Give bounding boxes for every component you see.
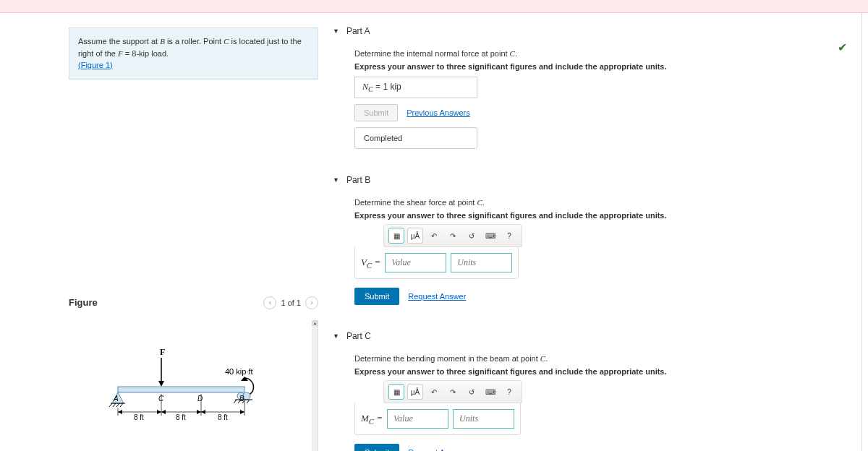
part-c-instruction: Express your answer to three significant… [354, 367, 840, 376]
figure-prev-button[interactable]: ‹ [263, 296, 276, 309]
svg-text:A: A [113, 395, 119, 403]
reset-icon[interactable]: ↺ [464, 384, 480, 400]
svg-line-8 [109, 403, 112, 407]
figure-next-button[interactable]: › [305, 296, 318, 309]
svg-line-15 [234, 400, 237, 403]
figure-image: ▴ F 40 kip·ft A C [69, 320, 318, 452]
svg-marker-31 [157, 410, 161, 414]
part-a-answer-display: NC = 1 kip [354, 77, 477, 98]
alert-bar [0, 0, 868, 13]
part-a-header[interactable]: ▼ Part A [333, 20, 840, 42]
request-answer-link[interactable]: Request Answer [408, 448, 466, 451]
units-input[interactable] [451, 253, 512, 272]
undo-icon[interactable]: ↶ [426, 384, 442, 400]
svg-text:D: D [197, 395, 203, 403]
value-input[interactable] [385, 253, 446, 272]
svg-text:B: B [239, 395, 244, 403]
figure-pager-text: 1 of 1 [281, 298, 301, 307]
status-completed: Completed [354, 127, 477, 149]
part-c-prompt: Determine the bending moment in the beam… [354, 354, 840, 363]
part-a-prompt: Determine the internal normal force at p… [354, 49, 840, 58]
template-icon[interactable]: ▦ [388, 384, 404, 400]
keyboard-icon[interactable]: ⌨ [482, 228, 498, 244]
part-a-instruction: Express your answer to three significant… [354, 62, 840, 71]
redo-icon[interactable]: ↷ [445, 228, 461, 244]
equation-toolbar: ▦ μÅ ↶ ↷ ↺ ⌨ ? [383, 380, 522, 403]
value-input[interactable] [387, 409, 448, 429]
svg-text:8 ft: 8 ft [134, 413, 144, 421]
svg-marker-34 [201, 410, 205, 414]
submit-button-disabled: Submit [354, 104, 398, 121]
reset-icon[interactable]: ↺ [464, 228, 480, 244]
figure-title: Figure [69, 297, 98, 308]
keyboard-icon[interactable]: ⌨ [482, 384, 498, 400]
previous-answers-link[interactable]: Previous Answers [407, 108, 469, 117]
help-icon[interactable]: ? [501, 384, 517, 400]
svg-line-10 [116, 403, 119, 407]
submit-button[interactable]: Submit [354, 444, 399, 451]
svg-marker-33 [197, 410, 201, 414]
part-b-prompt: Determine the shear force at point C. [354, 198, 840, 207]
svg-rect-5 [118, 387, 244, 392]
symbol-icon[interactable]: μÅ [407, 228, 423, 244]
request-answer-link[interactable]: Request Answer [408, 292, 466, 301]
chevron-down-icon: ▼ [333, 332, 339, 340]
figure-link[interactable]: (Figure 1) [78, 61, 113, 69]
svg-line-9 [113, 403, 116, 407]
svg-marker-2 [158, 381, 164, 387]
svg-line-18 [247, 400, 250, 403]
part-b-header[interactable]: ▼ Part B [333, 169, 840, 191]
answer-label: VC = [361, 257, 380, 270]
svg-text:8 ft: 8 ft [176, 413, 186, 421]
redo-icon[interactable]: ↷ [445, 384, 461, 400]
chevron-down-icon: ▼ [333, 27, 339, 35]
problem-statement: Assume the support at B is a roller. Poi… [69, 27, 318, 80]
help-icon[interactable]: ? [501, 228, 517, 244]
symbol-icon[interactable]: μÅ [407, 384, 423, 400]
svg-line-11 [120, 403, 123, 407]
svg-marker-32 [161, 410, 166, 414]
part-c-header[interactable]: ▼ Part C [333, 325, 840, 347]
svg-text:40 kip·ft: 40 kip·ft [225, 367, 253, 376]
svg-marker-30 [118, 410, 122, 414]
submit-button[interactable]: Submit [354, 288, 399, 305]
template-icon[interactable]: ▦ [388, 228, 404, 244]
svg-marker-35 [240, 410, 244, 414]
undo-icon[interactable]: ↶ [426, 228, 442, 244]
svg-text:8 ft: 8 ft [218, 413, 228, 421]
part-b-instruction: Express your answer to three significant… [354, 211, 840, 220]
chevron-down-icon: ▼ [333, 176, 339, 184]
answer-label: MC = [361, 413, 383, 426]
svg-text:F: F [160, 347, 165, 357]
equation-toolbar: ▦ μÅ ↶ ↷ ↺ ⌨ ? [383, 224, 522, 247]
units-input[interactable] [453, 409, 514, 429]
